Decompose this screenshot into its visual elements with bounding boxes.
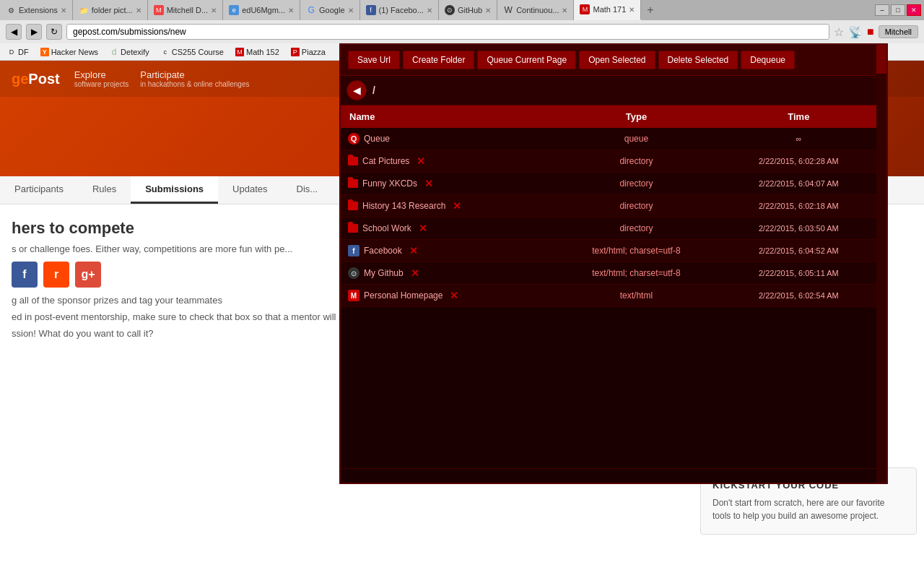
tab-google[interactable]: G Google ✕ [300,0,359,20]
tab-facebook-label: (1) Facebo... [379,6,424,14]
tab-updates[interactable]: Updates [218,176,282,204]
cell-type: queue [552,128,721,150]
cell-type: directory [552,217,721,240]
tab-extensions-close[interactable]: ✕ [61,7,66,14]
tab-github-close[interactable]: ✕ [485,7,491,14]
modal-status [341,468,886,483]
github-tab-favicon: ⊙ [445,5,455,15]
participate-link[interactable]: Participate in hackathons & online chall… [140,69,249,88]
open-selected-button[interactable]: Open Selected [579,51,655,69]
tab-edu[interactable]: e edU6Mgm... ✕ [223,0,300,20]
forward-button[interactable]: ▶ [26,24,42,40]
table-row[interactable]: fFacebook✕text/html; charset=utf-82/22/2… [341,240,876,262]
delete-row-button[interactable]: ✕ [417,155,425,167]
tab-extensions-label: Extensions [19,6,58,14]
tab-edu-close[interactable]: ✕ [288,7,294,14]
reddit-social-icon[interactable]: r [43,262,69,288]
bookmark-df[interactable]: D DF [3,47,33,57]
tab-folder[interactable]: 📁 folder pict... ✕ [73,0,148,20]
tab-math171[interactable]: M Math 171 ✕ [574,0,641,20]
modal-table: Name Type Time QQueuequeue∞Cat Pictures✕… [341,105,886,468]
cell-type: text/html; charset=utf-8 [552,262,721,285]
cell-type: text/html; charset=utf-8 [552,240,721,262]
table-row[interactable]: MPersonal Homepage✕text/html2/22/2015, 6… [341,285,876,307]
bookmark-hackernews[interactable]: Y Hacker News [36,47,103,57]
row-icon [348,157,358,165]
cell-type: directory [552,195,721,217]
row-name-text: Facebook [364,246,402,256]
new-tab-button[interactable]: + [641,0,659,20]
facebook-tab-favicon: f [366,5,376,15]
tab-extensions[interactable]: ⚙ Extensions ✕ [0,0,73,20]
tab-submissions[interactable]: Submissions [131,176,218,204]
tab-github[interactable]: ⊙ GitHub ✕ [439,0,497,20]
tab-google-close[interactable]: ✕ [348,7,354,14]
edu-favicon: e [229,5,239,15]
table-row[interactable]: Cat Pictures✕directory2/22/2015, 6:02:28… [341,150,876,173]
bookmark-star-icon[interactable]: ☆ [834,25,844,39]
delete-row-button[interactable]: ✕ [424,178,433,189]
delete-selected-button[interactable]: Delete Selected [658,51,738,69]
delete-row-button[interactable]: ✕ [450,290,458,301]
row-icon [348,224,358,233]
dequeue-button[interactable]: Dequeue [741,51,795,69]
google-favicon: G [306,5,316,15]
cell-name: School Work✕ [341,217,552,240]
mitchell-favicon: M [154,5,164,15]
site-nav-links: Explore software projects Participate in… [74,69,250,88]
table-row[interactable]: QQueuequeue∞ [341,128,876,150]
gplus-social-icon[interactable]: g+ [75,262,101,288]
row-name-text: History 143 Research [362,201,445,211]
tab-github-label: GitHub [458,6,482,14]
delete-row-button[interactable]: ✕ [409,245,418,256]
tab-mitchell-close[interactable]: ✕ [211,7,217,14]
delete-row-button[interactable]: ✕ [411,267,419,279]
save-url-button[interactable]: Save Url [348,51,400,69]
cell-type: directory [552,150,721,173]
tab-wiki-close[interactable]: ✕ [562,7,567,14]
queue-current-button[interactable]: Queue Current Page [477,51,576,69]
tab-participants[interactable]: Participants [0,176,78,204]
table-row[interactable]: ⊙My Github✕text/html; charset=utf-82/22/… [341,262,876,285]
modal-back-button[interactable]: ◀ [346,80,367,100]
back-button[interactable]: ◀ [6,24,22,40]
bookmark-detexify[interactable]: d Detexify [105,47,154,57]
explore-link[interactable]: Explore software projects [74,69,129,88]
tab-facebook[interactable]: f (1) Facebo... ✕ [360,0,439,20]
window-controls: – □ ✕ [873,0,924,20]
bookmark-piazza[interactable]: P Piazza [287,47,330,57]
modal-scrollbar[interactable] [876,45,886,483]
bookmark-math152[interactable]: M Math 152 [231,47,284,57]
tab-rules[interactable]: Rules [78,176,131,204]
url-input[interactable] [66,24,829,40]
row-icon: Q [348,133,359,144]
user-button[interactable]: Mitchell [879,25,918,38]
tab-folder-close[interactable]: ✕ [136,7,141,14]
bookmark-cs255[interactable]: c CS255 Course [157,47,228,57]
tab-facebook-close[interactable]: ✕ [427,7,432,14]
close-button[interactable]: ✕ [907,4,921,16]
tab-math171-label: Math 171 [593,5,626,14]
table-row[interactable]: History 143 Research✕directory2/22/2015,… [341,195,876,217]
explore-sub: software projects [74,80,129,88]
refresh-button[interactable]: ↻ [46,24,62,40]
tab-math171-close[interactable]: ✕ [629,6,635,14]
minimize-button[interactable]: – [875,4,889,16]
cell-time: 2/22/2015, 6:02:54 AM [721,285,876,307]
tab-wiki[interactable]: W Continuou... ✕ [497,0,574,20]
delete-row-button[interactable]: ✕ [419,223,427,234]
table-row[interactable]: Funny XKCDs✕directory2/22/2015, 6:04:07 … [341,173,876,195]
maximize-button[interactable]: □ [891,4,905,16]
tab-dis[interactable]: Dis... [282,176,333,204]
delete-row-button[interactable]: ✕ [453,200,461,212]
create-folder-button[interactable]: Create Folder [403,51,474,69]
facebook-social-icon[interactable]: f [12,262,38,288]
cell-name: MPersonal Homepage✕ [341,285,552,307]
cell-name: fFacebook✕ [341,240,552,262]
tab-mitchell[interactable]: M Mitchell D... ✕ [148,0,223,20]
url-bar: ◀ ▶ ↻ ☆ 📡 ■ Mitchell [0,20,924,43]
col-time: Time [721,105,876,128]
table-row[interactable]: School Work✕directory2/22/2015, 6:03:50 … [341,217,876,240]
cell-name: Funny XKCDs✕ [341,173,552,195]
scrollbar-thumb[interactable] [876,45,886,74]
